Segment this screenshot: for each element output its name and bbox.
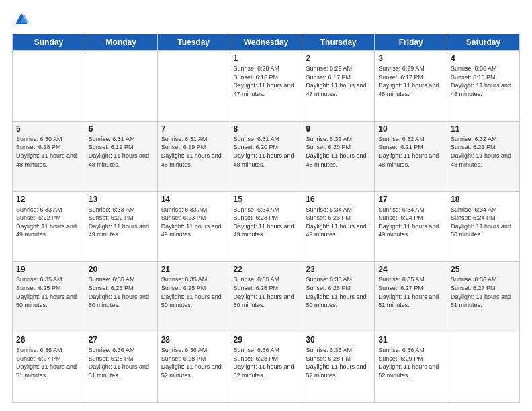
calendar-cell: 29Sunrise: 6:36 AM Sunset: 6:28 PM Dayli… bbox=[230, 332, 302, 403]
calendar-cell bbox=[13, 51, 85, 122]
day-number: 29 bbox=[234, 335, 299, 345]
logo-icon bbox=[14, 12, 29, 27]
day-info: Sunrise: 6:29 AM Sunset: 6:17 PM Dayligh… bbox=[378, 64, 443, 98]
calendar-cell: 17Sunrise: 6:34 AM Sunset: 6:24 PM Dayli… bbox=[375, 191, 447, 262]
day-info: Sunrise: 6:29 AM Sunset: 6:17 PM Dayligh… bbox=[306, 64, 371, 98]
calendar-header-row: SundayMondayTuesdayWednesdayThursdayFrid… bbox=[13, 34, 520, 51]
calendar-cell: 3Sunrise: 6:29 AM Sunset: 6:17 PM Daylig… bbox=[375, 51, 447, 122]
day-header-wednesday: Wednesday bbox=[230, 34, 302, 51]
calendar-cell: 27Sunrise: 6:36 AM Sunset: 6:28 PM Dayli… bbox=[85, 332, 157, 403]
day-number: 13 bbox=[89, 195, 154, 204]
calendar-cell: 9Sunrise: 6:32 AM Sunset: 6:20 PM Daylig… bbox=[302, 121, 375, 191]
day-info: Sunrise: 6:33 AM Sunset: 6:22 PM Dayligh… bbox=[16, 205, 81, 239]
day-info: Sunrise: 6:34 AM Sunset: 6:24 PM Dayligh… bbox=[451, 205, 516, 239]
day-header-saturday: Saturday bbox=[447, 34, 520, 51]
calendar-cell: 26Sunrise: 6:36 AM Sunset: 6:27 PM Dayli… bbox=[13, 332, 85, 403]
calendar-week-row: 12Sunrise: 6:33 AM Sunset: 6:22 PM Dayli… bbox=[13, 191, 520, 262]
day-info: Sunrise: 6:36 AM Sunset: 6:29 PM Dayligh… bbox=[378, 346, 443, 379]
day-header-monday: Monday bbox=[85, 34, 157, 51]
day-info: Sunrise: 6:34 AM Sunset: 6:23 PM Dayligh… bbox=[306, 205, 371, 239]
day-info: Sunrise: 6:32 AM Sunset: 6:21 PM Dayligh… bbox=[378, 135, 443, 169]
day-info: Sunrise: 6:36 AM Sunset: 6:27 PM Dayligh… bbox=[451, 275, 516, 309]
calendar-cell: 25Sunrise: 6:36 AM Sunset: 6:27 PM Dayli… bbox=[447, 262, 520, 332]
day-info: Sunrise: 6:36 AM Sunset: 6:28 PM Dayligh… bbox=[306, 346, 371, 379]
page: SundayMondayTuesdayWednesdayThursdayFrid… bbox=[0, 0, 532, 411]
calendar-cell: 22Sunrise: 6:35 AM Sunset: 6:26 PM Dayli… bbox=[230, 262, 302, 332]
day-number: 5 bbox=[16, 124, 81, 134]
day-number: 14 bbox=[161, 195, 226, 204]
day-number: 20 bbox=[89, 265, 154, 274]
day-info: Sunrise: 6:31 AM Sunset: 6:20 PM Dayligh… bbox=[234, 135, 299, 169]
day-header-friday: Friday bbox=[375, 34, 447, 51]
calendar-week-row: 5Sunrise: 6:30 AM Sunset: 6:18 PM Daylig… bbox=[13, 121, 520, 191]
day-info: Sunrise: 6:33 AM Sunset: 6:23 PM Dayligh… bbox=[161, 205, 226, 239]
day-info: Sunrise: 6:28 AM Sunset: 6:16 PM Dayligh… bbox=[234, 64, 299, 98]
day-info: Sunrise: 6:32 AM Sunset: 6:21 PM Dayligh… bbox=[451, 135, 516, 169]
calendar-cell: 1Sunrise: 6:28 AM Sunset: 6:16 PM Daylig… bbox=[230, 51, 302, 122]
calendar-cell: 5Sunrise: 6:30 AM Sunset: 6:18 PM Daylig… bbox=[13, 121, 85, 191]
day-info: Sunrise: 6:35 AM Sunset: 6:25 PM Dayligh… bbox=[89, 275, 154, 309]
day-number: 3 bbox=[378, 54, 443, 63]
day-number: 8 bbox=[234, 124, 299, 134]
day-number: 7 bbox=[161, 124, 226, 134]
calendar-cell: 24Sunrise: 6:35 AM Sunset: 6:27 PM Dayli… bbox=[375, 262, 447, 332]
day-info: Sunrise: 6:35 AM Sunset: 6:27 PM Dayligh… bbox=[378, 275, 443, 309]
day-info: Sunrise: 6:36 AM Sunset: 6:28 PM Dayligh… bbox=[89, 346, 154, 379]
calendar-cell: 21Sunrise: 6:35 AM Sunset: 6:25 PM Dayli… bbox=[157, 262, 230, 332]
day-number: 18 bbox=[451, 195, 516, 204]
day-info: Sunrise: 6:32 AM Sunset: 6:20 PM Dayligh… bbox=[306, 135, 371, 169]
calendar-cell: 2Sunrise: 6:29 AM Sunset: 6:17 PM Daylig… bbox=[302, 51, 375, 122]
day-number: 26 bbox=[16, 335, 81, 345]
day-number: 27 bbox=[89, 335, 154, 345]
day-info: Sunrise: 6:30 AM Sunset: 6:18 PM Dayligh… bbox=[451, 64, 516, 98]
calendar-cell: 6Sunrise: 6:31 AM Sunset: 6:19 PM Daylig… bbox=[85, 121, 157, 191]
calendar-cell bbox=[157, 51, 230, 122]
day-number: 30 bbox=[306, 335, 371, 345]
calendar-cell: 28Sunrise: 6:36 AM Sunset: 6:28 PM Dayli… bbox=[157, 332, 230, 403]
day-number: 11 bbox=[451, 124, 516, 134]
day-number: 19 bbox=[16, 265, 81, 274]
day-header-thursday: Thursday bbox=[302, 34, 375, 51]
calendar-week-row: 1Sunrise: 6:28 AM Sunset: 6:16 PM Daylig… bbox=[13, 51, 520, 122]
calendar-cell bbox=[85, 51, 157, 122]
day-number: 2 bbox=[306, 54, 371, 63]
day-info: Sunrise: 6:36 AM Sunset: 6:28 PM Dayligh… bbox=[234, 346, 299, 379]
day-info: Sunrise: 6:31 AM Sunset: 6:19 PM Dayligh… bbox=[161, 135, 226, 169]
day-number: 15 bbox=[234, 195, 299, 204]
calendar-cell: 16Sunrise: 6:34 AM Sunset: 6:23 PM Dayli… bbox=[302, 191, 375, 262]
calendar-cell: 20Sunrise: 6:35 AM Sunset: 6:25 PM Dayli… bbox=[85, 262, 157, 332]
day-info: Sunrise: 6:35 AM Sunset: 6:26 PM Dayligh… bbox=[306, 275, 371, 309]
day-number: 4 bbox=[451, 54, 516, 63]
day-number: 17 bbox=[378, 195, 443, 204]
calendar-week-row: 19Sunrise: 6:35 AM Sunset: 6:25 PM Dayli… bbox=[13, 262, 520, 332]
day-info: Sunrise: 6:35 AM Sunset: 6:25 PM Dayligh… bbox=[16, 275, 81, 309]
calendar-cell: 30Sunrise: 6:36 AM Sunset: 6:28 PM Dayli… bbox=[302, 332, 375, 403]
day-number: 22 bbox=[234, 265, 299, 274]
calendar-cell: 15Sunrise: 6:34 AM Sunset: 6:23 PM Dayli… bbox=[230, 191, 302, 262]
day-number: 23 bbox=[306, 265, 371, 274]
day-info: Sunrise: 6:31 AM Sunset: 6:19 PM Dayligh… bbox=[89, 135, 154, 169]
day-number: 31 bbox=[378, 335, 443, 345]
day-info: Sunrise: 6:35 AM Sunset: 6:26 PM Dayligh… bbox=[234, 275, 299, 309]
calendar-table: SundayMondayTuesdayWednesdayThursdayFrid… bbox=[12, 34, 520, 403]
logo bbox=[12, 12, 29, 27]
calendar-week-row: 26Sunrise: 6:36 AM Sunset: 6:27 PM Dayli… bbox=[13, 332, 520, 403]
calendar-cell: 7Sunrise: 6:31 AM Sunset: 6:19 PM Daylig… bbox=[157, 121, 230, 191]
calendar-cell: 10Sunrise: 6:32 AM Sunset: 6:21 PM Dayli… bbox=[375, 121, 447, 191]
day-number: 21 bbox=[161, 265, 226, 274]
day-number: 16 bbox=[306, 195, 371, 204]
calendar-cell: 18Sunrise: 6:34 AM Sunset: 6:24 PM Dayli… bbox=[447, 191, 520, 262]
day-info: Sunrise: 6:34 AM Sunset: 6:23 PM Dayligh… bbox=[234, 205, 299, 239]
header bbox=[12, 12, 520, 27]
day-number: 25 bbox=[451, 265, 516, 274]
calendar-cell: 23Sunrise: 6:35 AM Sunset: 6:26 PM Dayli… bbox=[302, 262, 375, 332]
calendar-cell: 19Sunrise: 6:35 AM Sunset: 6:25 PM Dayli… bbox=[13, 262, 85, 332]
day-number: 9 bbox=[306, 124, 371, 134]
day-number: 28 bbox=[161, 335, 226, 345]
day-number: 24 bbox=[378, 265, 443, 274]
day-info: Sunrise: 6:36 AM Sunset: 6:28 PM Dayligh… bbox=[161, 346, 226, 379]
calendar-cell: 8Sunrise: 6:31 AM Sunset: 6:20 PM Daylig… bbox=[230, 121, 302, 191]
day-number: 6 bbox=[89, 124, 154, 134]
day-info: Sunrise: 6:35 AM Sunset: 6:25 PM Dayligh… bbox=[161, 275, 226, 309]
day-info: Sunrise: 6:30 AM Sunset: 6:18 PM Dayligh… bbox=[16, 135, 81, 169]
